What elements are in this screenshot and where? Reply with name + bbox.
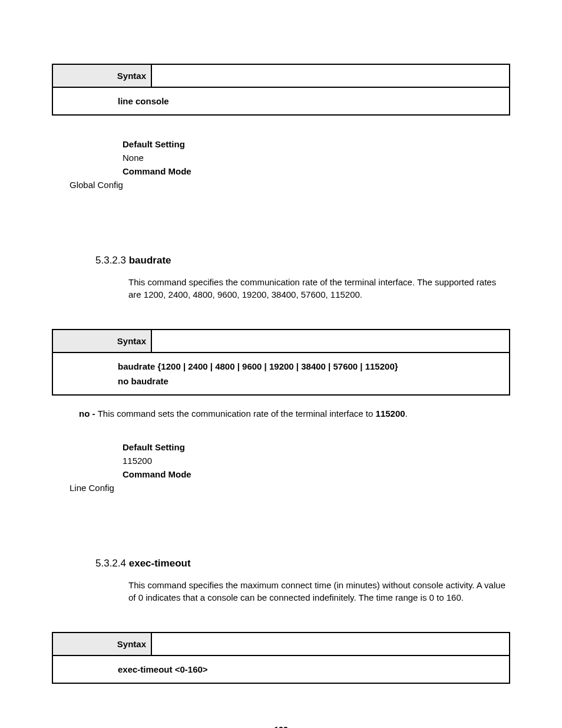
no-suffix: .	[405, 409, 408, 419]
section-title: exec-timeout	[129, 558, 191, 569]
syntax-line: baudrate {1200 | 2400 | 4800 | 9600 | 19…	[118, 359, 504, 374]
content-area: Syntax line console Default Setting None…	[52, 64, 510, 684]
syntax-body: line console	[53, 88, 509, 114]
syntax-label: Syntax	[53, 330, 152, 352]
default-setting-label: Default Setting	[123, 442, 510, 452]
syntax-box-3: Syntax exec-timeout <0-160>	[52, 632, 510, 684]
section-number: 5.3.2.4	[95, 558, 129, 569]
syntax-body: exec-timeout <0-160>	[53, 656, 509, 683]
section-title: baudrate	[129, 255, 171, 266]
no-note: no - This command sets the communication…	[79, 409, 510, 419]
page: Syntax line console Default Setting None…	[0, 64, 562, 728]
no-prefix: no -	[79, 409, 98, 419]
syntax-header: Syntax	[53, 65, 509, 88]
syntax-label: Syntax	[53, 633, 152, 655]
no-value: 115200	[376, 409, 405, 419]
section-heading-baudrate: 5.3.2.3 baudrate	[95, 255, 510, 266]
syntax-body: baudrate {1200 | 2400 | 4800 | 9600 | 19…	[53, 353, 509, 394]
syntax-box-2: Syntax baudrate {1200 | 2400 | 4800 | 96…	[52, 329, 510, 396]
section-description: This command specifies the communication…	[128, 276, 510, 301]
section-description: This command specifies the maximum conne…	[128, 579, 510, 604]
section-number: 5.3.2.3	[95, 255, 129, 266]
syntax-label: Syntax	[53, 65, 152, 87]
default-setting-value: None	[123, 153, 510, 163]
syntax-line: no baudrate	[118, 374, 504, 388]
default-setting-label: Default Setting	[123, 139, 510, 149]
command-mode-value: Line Config	[70, 483, 510, 493]
syntax-header: Syntax	[53, 330, 509, 353]
command-mode-value: Global Config	[70, 180, 510, 190]
no-text: This command sets the communication rate…	[98, 409, 376, 419]
syntax-line: line console	[118, 94, 504, 108]
section-heading-exec-timeout: 5.3.2.4 exec-timeout	[95, 558, 510, 569]
syntax-box-1: Syntax line console	[52, 64, 510, 116]
syntax-line: exec-timeout <0-160>	[118, 662, 504, 677]
page-number: 133	[0, 725, 562, 728]
command-mode-label: Command Mode	[123, 469, 510, 479]
syntax-header: Syntax	[53, 633, 509, 656]
settings-block-2: Default Setting 115200 Command Mode	[123, 442, 510, 479]
settings-block-1: Default Setting None Command Mode	[123, 139, 510, 176]
command-mode-label: Command Mode	[123, 166, 510, 176]
default-setting-value: 115200	[123, 456, 510, 466]
